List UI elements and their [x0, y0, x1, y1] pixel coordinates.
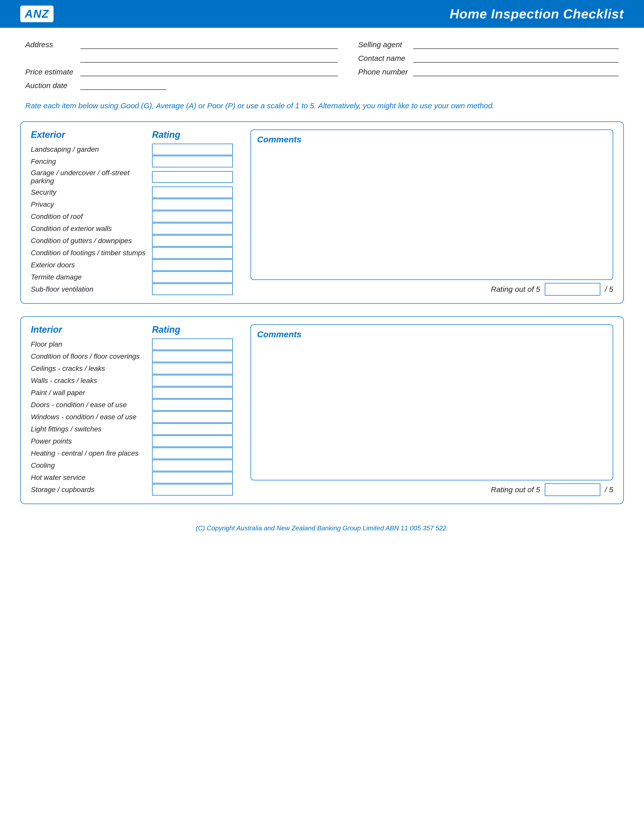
exterior-rating-out-of-label: Rating out of 5 [491, 285, 540, 294]
interior-header: Interior Rating [31, 324, 243, 336]
exterior-item-label: Garage / undercover / off-street parking [31, 168, 152, 186]
interior-rating-input-1[interactable] [152, 351, 233, 362]
interior-rating-input-10[interactable] [152, 460, 233, 471]
interior-row: Walls - cracks / leaks [31, 375, 243, 386]
address-row-1: Address [25, 40, 338, 49]
interior-rating-input-0[interactable] [152, 338, 233, 350]
exterior-rating-suffix: / 5 [605, 285, 613, 294]
exterior-row: Condition of roof [31, 211, 243, 222]
interior-rating-input-5[interactable] [152, 399, 233, 411]
exterior-item-label: Condition of footings / timber stumps [31, 248, 152, 258]
exterior-item-label: Condition of exterior walls [31, 224, 152, 234]
exterior-comments-box[interactable]: Comments [251, 130, 613, 280]
interior-rating-input-7[interactable] [152, 423, 233, 435]
interior-title: Interior [31, 324, 152, 336]
interior-rating-input-4[interactable] [152, 387, 233, 399]
interior-rating-input-12[interactable] [152, 484, 233, 495]
exterior-title: Exterior [31, 130, 152, 141]
page-title: Home Inspection Checklist [449, 6, 624, 21]
exterior-row: Exterior doors [31, 259, 243, 271]
interior-item-label: Walls - cracks / leaks [31, 376, 152, 386]
exterior-row: Sub-floor ventilation [31, 283, 243, 295]
interior-rating-input-6[interactable] [152, 411, 233, 423]
address-input-1[interactable] [80, 41, 338, 49]
interior-row: Windows - condition / ease of use [31, 411, 243, 423]
selling-agent-input[interactable] [413, 41, 619, 49]
interior-row: Paint / wall paper [31, 387, 243, 399]
exterior-row: Condition of exterior walls [31, 223, 243, 235]
price-estimate-label: Price estimate [25, 68, 76, 76]
interior-rating-header: Rating [152, 324, 243, 335]
form-section: Address Address Price estimate Auction d… [0, 28, 644, 90]
exterior-rating-input-11[interactable] [152, 283, 233, 295]
interior-item-label: Light fittings / switches [31, 424, 152, 434]
interior-rating-final-input[interactable] [545, 483, 600, 496]
exterior-rating-input-5[interactable] [152, 211, 233, 222]
exterior-section: Exterior Rating Landscaping / garden Fen… [20, 121, 624, 304]
interior-item-label: Doors - condition / ease of use [31, 400, 152, 410]
exterior-rating-input-2[interactable] [152, 171, 233, 183]
exterior-rating-input-8[interactable] [152, 247, 233, 259]
interior-item-label: Storage / cupboards [31, 485, 152, 495]
interior-item-label: Condition of floors / floor coverings [31, 351, 152, 362]
interior-rating-out-of-label: Rating out of 5 [491, 486, 540, 494]
interior-row: Floor plan [31, 338, 243, 350]
interior-row: Cooling [31, 460, 243, 471]
exterior-rating-input-1[interactable] [152, 156, 233, 167]
exterior-body: Exterior Rating Landscaping / garden Fen… [31, 130, 613, 296]
exterior-rating-final-input[interactable] [545, 283, 600, 296]
selling-agent-row: Selling agent [358, 40, 619, 49]
exterior-item-label: Fencing [31, 156, 152, 167]
exterior-rating-input-7[interactable] [152, 235, 233, 247]
interior-row: Storage / cupboards [31, 484, 243, 495]
exterior-rating-input-9[interactable] [152, 259, 233, 271]
interior-row: Power points [31, 436, 243, 447]
exterior-row: Privacy [31, 199, 243, 210]
interior-item-label: Cooling [31, 460, 152, 471]
interior-rows: Floor plan Condition of floors / floor c… [31, 338, 243, 496]
selling-agent-label: Selling agent [358, 40, 409, 49]
phone-number-input[interactable] [413, 68, 619, 76]
exterior-item-label: Landscaping / garden [31, 145, 152, 154]
interior-comments-label: Comments [257, 330, 301, 339]
footer: (C) Copyright Australia and New Zealand … [0, 517, 644, 537]
contact-name-input[interactable] [413, 55, 619, 63]
interior-item-label: Floor plan [31, 339, 152, 349]
exterior-row: Termite damage [31, 271, 243, 283]
exterior-row: Condition of footings / timber stumps [31, 247, 243, 259]
anz-logo: ANZ [20, 6, 53, 22]
auction-date-input[interactable] [80, 82, 166, 90]
interior-rating-suffix: / 5 [605, 486, 613, 494]
exterior-rows: Landscaping / garden Fencing Garage / un… [31, 144, 243, 296]
exterior-rating-input-10[interactable] [152, 271, 233, 283]
auction-date-row: Auction date [25, 81, 338, 90]
exterior-rating-input-3[interactable] [152, 187, 233, 198]
interior-comments-box[interactable]: Comments [251, 324, 613, 480]
exterior-row: Security [31, 187, 243, 198]
exterior-rating-input-6[interactable] [152, 223, 233, 235]
price-estimate-input[interactable] [80, 68, 338, 76]
interior-item-label: Hot water service [31, 473, 152, 482]
interior-section: Interior Rating Floor plan Condition of … [20, 316, 624, 504]
exterior-rating-header: Rating [152, 130, 243, 140]
phone-number-label: Phone number [358, 68, 409, 76]
exterior-rating-input-0[interactable] [152, 144, 233, 155]
interior-body: Interior Rating Floor plan Condition of … [31, 324, 613, 496]
exterior-rating-out-of: Rating out of 5 / 5 [251, 283, 613, 296]
interior-rating-input-9[interactable] [152, 447, 233, 459]
interior-rating-input-11[interactable] [152, 472, 233, 483]
interior-items: Interior Rating Floor plan Condition of … [31, 324, 243, 496]
interior-rating-input-3[interactable] [152, 375, 233, 386]
page-header: ANZ Home Inspection Checklist [0, 0, 644, 28]
right-form: Selling agent Contact name Phone number [358, 40, 619, 76]
exterior-rating-input-4[interactable] [152, 199, 233, 210]
interior-rating-input-2[interactable] [152, 363, 233, 374]
interior-row: Light fittings / switches [31, 423, 243, 435]
exterior-row: Fencing [31, 156, 243, 167]
interior-item-label: Heating - central / open fire places [31, 448, 152, 458]
left-form: Address Address Price estimate Auction d… [25, 40, 338, 90]
address-input-2[interactable] [80, 55, 338, 63]
interior-item-label: Paint / wall paper [31, 388, 152, 398]
exterior-comments-label: Comments [257, 135, 301, 145]
interior-rating-input-8[interactable] [152, 436, 233, 447]
